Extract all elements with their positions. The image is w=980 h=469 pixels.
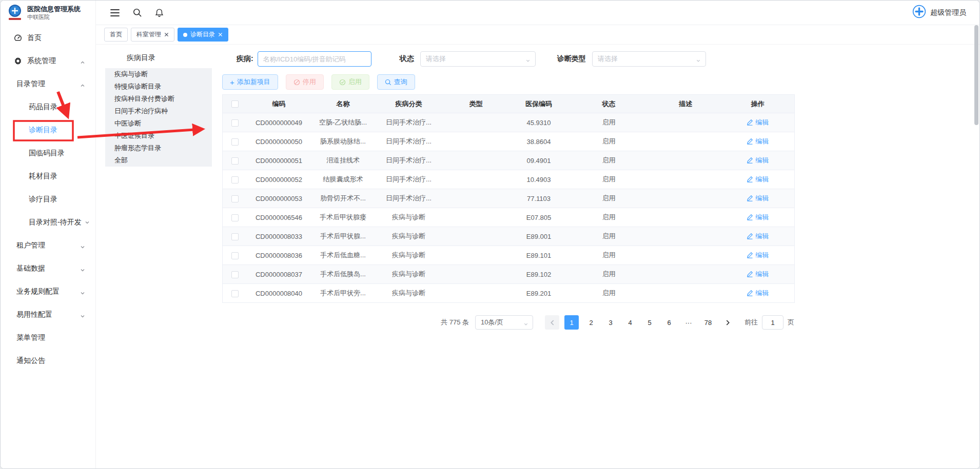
close-icon[interactable] [164,32,169,37]
diagnosis-type-select[interactable]: 请选择 [592,51,706,67]
page-size-select[interactable]: 10条/页 [475,315,533,330]
edit-button[interactable]: 编辑 [747,118,769,127]
scrollbar-track[interactable] [974,25,978,466]
cell-status: 启用 [568,132,650,151]
cell-type [442,246,510,265]
disease-category-item[interactable]: 按病种目录付费诊断 [105,93,212,105]
sidebar-item-label: 目录管理 [16,79,45,89]
edit-button[interactable]: 编辑 [747,289,769,298]
disease-category-item[interactable]: 疾病与诊断 [105,68,212,80]
scrollbar-thumb[interactable] [974,25,978,125]
disease-category-item[interactable]: 肿瘤形态学目录 [105,142,212,154]
edit-button[interactable]: 编辑 [747,213,769,222]
action-toolbar: + 添加新项目 停用 启用 查询 [222,74,794,90]
page-button-4[interactable]: 4 [623,315,637,330]
next-page-button[interactable] [720,315,735,330]
sidebar-item-drug-catalog[interactable]: 药品目录 [1,95,95,118]
row-select-cell [223,113,247,132]
sidebar-item-tenant-management[interactable]: 租户管理 [1,234,95,257]
edit-icon [747,252,753,258]
sidebar-item-diagnosis-catalog[interactable]: 诊断目录 [1,118,95,141]
sidebar-item-catalog-management[interactable]: 目录管理 [1,72,95,95]
disease-catalog-panel: 疾病目录 疾病与诊断 特慢病诊断目录 按病种目录付费诊断 日间手术治疗病种 中医… [105,51,212,468]
page-button-2[interactable]: 2 [584,315,598,330]
tab-home[interactable]: 首页 [104,28,128,42]
bell-icon[interactable] [155,8,164,17]
cell-status: 启用 [568,246,650,265]
cell-category: 日间手术治疗... [376,170,442,189]
row-checkbox[interactable] [231,252,239,259]
page-button-78[interactable]: 78 [701,315,715,330]
search-icon[interactable] [133,8,142,17]
disease-category-item[interactable]: 中医证候目录 [105,130,212,142]
prev-page-button[interactable] [545,315,559,330]
row-checkbox[interactable] [231,214,239,221]
disease-category-item[interactable]: 特慢病诊断目录 [105,80,212,93]
page-button-6[interactable]: 6 [662,315,676,330]
edit-label: 编辑 [755,270,769,279]
sidebar-item-catalog-mapping[interactable]: 目录对照-待开发 [1,211,95,234]
cell-actions: 编辑 [721,189,795,208]
circle-check-icon [339,79,346,86]
menu-collapse-icon[interactable] [110,9,120,17]
query-button[interactable]: 查询 [377,74,415,90]
row-checkbox[interactable] [231,138,239,146]
content-area: 疾病目录 疾病与诊断 特慢病诊断目录 按病种目录付费诊断 日间手术治疗病种 中医… [96,45,979,468]
sidebar-item-business-rules[interactable]: 业务规则配置 [1,280,95,303]
disease-search-input[interactable] [258,51,371,67]
row-checkbox[interactable] [231,176,239,183]
disease-category-item[interactable]: 全部 [105,154,212,167]
disease-category-item[interactable]: 日间手术治疗病种 [105,105,212,117]
cell-status: 启用 [568,189,650,208]
row-checkbox[interactable] [231,233,239,240]
row-select-cell [223,170,247,189]
edit-button[interactable]: 编辑 [747,175,769,184]
sidebar-item-usability-config[interactable]: 易用性配置 [1,303,95,326]
sidebar-item-label: 目录对照-待开发 [29,218,82,227]
tab-department-management[interactable]: 科室管理 [131,28,174,42]
row-checkbox[interactable] [231,271,239,278]
sidebar-item-home[interactable]: 首页 [1,26,95,49]
page-button-3[interactable]: 3 [603,315,618,330]
row-checkbox[interactable] [231,119,239,127]
edit-button[interactable]: 编辑 [747,194,769,203]
cell-actions: 编辑 [721,284,795,303]
row-checkbox[interactable] [231,290,239,297]
disable-button[interactable]: 停用 [286,74,324,90]
edit-icon [747,176,753,182]
user-menu[interactable]: 超级管理员 [912,5,966,21]
add-item-button[interactable]: + 添加新项目 [222,74,278,90]
status-select[interactable]: 请选择 [420,51,536,67]
edit-button[interactable]: 编辑 [747,232,769,241]
enable-button[interactable]: 启用 [331,74,369,90]
sidebar-item-menu-management[interactable]: 菜单管理 [1,326,95,349]
sidebar-item-system-management[interactable]: 系统管理 [1,49,95,72]
sidebar-item-basic-data[interactable]: 基础数据 [1,257,95,280]
sidebar-item-consumables-catalog[interactable]: 耗材目录 [1,165,95,188]
disease-category-item[interactable]: 中医诊断 [105,117,212,130]
table-row: CD0000000049 空肠-乙状结肠... 日间手术治疗... 45.931… [223,113,795,132]
close-icon[interactable] [218,32,223,37]
tab-diagnosis-catalog[interactable]: 诊断目录 [178,28,228,42]
sidebar-item-national-code-catalog[interactable]: 国临码目录 [1,141,95,165]
search-icon [385,79,391,86]
edit-button[interactable]: 编辑 [747,270,769,279]
edit-label: 编辑 [755,156,769,165]
chevron-down-icon [80,312,85,320]
edit-label: 编辑 [755,137,769,146]
edit-button[interactable]: 编辑 [747,251,769,260]
row-checkbox[interactable] [231,195,239,202]
row-select-cell [223,132,247,151]
row-checkbox[interactable] [231,157,239,165]
select-all-checkbox[interactable] [231,100,239,108]
edit-label: 编辑 [755,213,769,222]
sidebar-item-treatment-catalog[interactable]: 诊疗目录 [1,188,95,211]
page-button-1[interactable]: 1 [564,315,579,330]
jump-page-input[interactable] [762,315,783,330]
page-ellipsis[interactable]: ··· [681,315,696,330]
page-button-5[interactable]: 5 [642,315,657,330]
column-header-type: 类型 [442,95,510,113]
edit-button[interactable]: 编辑 [747,137,769,146]
sidebar-item-notice[interactable]: 通知公告 [1,349,95,372]
edit-button[interactable]: 编辑 [747,156,769,165]
